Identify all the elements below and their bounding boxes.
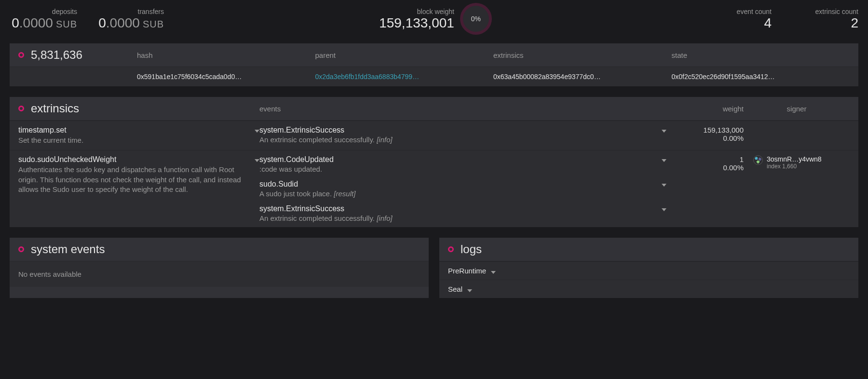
summary-label: extrinsic count [791, 8, 858, 15]
chevron-down-icon[interactable] [662, 208, 666, 211]
panel-title: logs [461, 243, 482, 256]
chevron-down-icon[interactable] [255, 130, 259, 133]
dot-icon [18, 106, 24, 111]
weight-value: 1 [666, 155, 744, 163]
summary-event-count: event count 4 [704, 8, 772, 30]
col-header-hash: hash [137, 51, 315, 59]
summary-label: block weight [379, 8, 454, 15]
weight-value: 159,133,000 [666, 126, 744, 134]
block-hash-row: 0x591ba1e1c75f6034c5cada0d0… 0x2da3eb6fb… [10, 67, 858, 86]
summary-value: 2 [791, 16, 858, 30]
event-item: system.ExtrinsicSuccess An extrinsic com… [259, 204, 666, 222]
summary-label: deposits [10, 8, 77, 15]
block-panel: 5,831,636 hash parent extrinsics state 0… [10, 43, 858, 86]
col-header-state: state [672, 51, 850, 59]
event-desc: An extrinsic completed successfully. [in… [259, 135, 657, 144]
chevron-down-icon[interactable] [662, 184, 666, 187]
col-header-parent: parent [315, 51, 494, 59]
event-name: system.CodeUpdated [259, 155, 657, 164]
extrinsic-row: timestamp.set Set the current time. syst… [10, 121, 858, 150]
event-item: sudo.Sudid A sudo just took place. [resu… [259, 180, 666, 198]
logs-panel: logs PreRuntime Seal [439, 238, 858, 298]
event-item: system.CodeUpdated :code was updated. [259, 155, 666, 173]
dot-icon [18, 246, 24, 252]
block-number: 5,831,636 [31, 48, 137, 62]
chevron-down-icon[interactable] [662, 159, 666, 162]
extrinsic-desc: Set the current time. [18, 135, 250, 145]
extrinsic-row: sudo.sudoUncheckedWeight Authenticates t… [10, 150, 858, 227]
block-parent-link[interactable]: 0x2da3eb6fb1fdd3aa6883b4799… [315, 73, 494, 81]
block-state-root[interactable]: 0x0f2c520ec26d90f1595aa3412… [672, 73, 850, 81]
event-name: system.ExtrinsicSuccess [259, 204, 657, 213]
log-item[interactable]: Seal [439, 280, 858, 298]
col-header-weight: weight [666, 105, 744, 113]
extrinsic-name: timestamp.set [18, 126, 250, 135]
event-name: system.ExtrinsicSuccess [259, 126, 657, 135]
chevron-down-icon[interactable] [467, 289, 472, 292]
col-header-signer: signer [744, 105, 850, 113]
summary-value: 0.0000SUB [96, 16, 164, 30]
block-hash[interactable]: 0x591ba1e1c75f6034c5cada0d0… [137, 73, 315, 81]
extrinsics-panel: extrinsics events weight signer timestam… [10, 97, 858, 227]
signer-index: index 1,660 [767, 163, 822, 170]
log-item[interactable]: PreRuntime [439, 261, 858, 280]
panel-title: system events [31, 243, 105, 256]
summary-row: deposits 0.0000SUB transfers 0.0000SUB b… [10, 6, 858, 32]
summary-deposits: deposits 0.0000SUB [10, 8, 77, 30]
identicon-icon[interactable] [753, 155, 763, 165]
event-desc: :code was updated. [259, 165, 657, 173]
signer-address[interactable]: 3osmnR…y4vwn8 [767, 155, 822, 163]
block-extrinsics-root[interactable]: 0x63a45b00082a83954e9377dc0… [493, 73, 672, 81]
summary-label: transfers [96, 8, 164, 15]
block-weight-gauge: 0% [463, 6, 489, 32]
summary-value: 0.0000SUB [10, 16, 77, 30]
system-events-panel: system events No events available [10, 238, 429, 298]
chevron-down-icon[interactable] [662, 130, 666, 133]
event-desc: An extrinsic completed successfully. [in… [259, 214, 657, 222]
col-header-extrinsics: extrinsics [493, 51, 672, 59]
event-desc: A sudo just took place. [result] [259, 190, 657, 198]
chevron-down-icon[interactable] [491, 271, 496, 274]
weight-pct: 0.00% [666, 134, 744, 142]
summary-extrinsic-count: extrinsic count 2 [791, 8, 858, 30]
empty-message: No events available [10, 261, 429, 287]
event-item: system.ExtrinsicSuccess An extrinsic com… [259, 126, 666, 144]
col-header-events: events [259, 105, 666, 113]
chevron-down-icon[interactable] [255, 159, 259, 162]
summary-value: 4 [704, 16, 772, 30]
dot-icon [448, 246, 454, 252]
extrinsic-desc: Authenticates the sudo key and dispatche… [18, 165, 250, 194]
summary-block-weight: block weight 159,133,001 [379, 8, 454, 30]
event-name: sudo.Sudid [259, 180, 657, 189]
weight-pct: 0.00% [666, 163, 744, 172]
summary-value: 159,133,001 [379, 16, 454, 30]
summary-label: event count [704, 8, 772, 15]
dot-icon [18, 52, 24, 58]
summary-transfers: transfers 0.0000SUB [96, 8, 164, 30]
panel-title: extrinsics [31, 102, 79, 115]
extrinsic-name: sudo.sudoUncheckedWeight [18, 155, 250, 164]
